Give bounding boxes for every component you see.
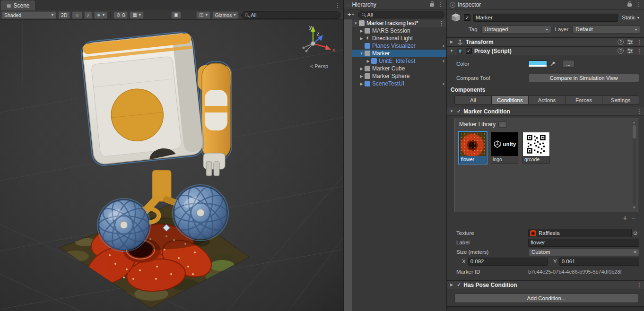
scene-viewport[interactable]: y z x < Persp bbox=[0, 20, 343, 311]
hierarchy-scene-row[interactable]: ▼ MarkerTrackingTest* ⋮ bbox=[352, 19, 446, 27]
foldout-icon[interactable]: ▶ bbox=[358, 29, 365, 33]
foldout-icon[interactable]: ▶ bbox=[449, 283, 454, 287]
foldout-icon[interactable]: ▶ bbox=[449, 40, 454, 44]
scroll-up-icon[interactable]: ▲ bbox=[633, 121, 635, 124]
scene-tools-button[interactable]: ▣ bbox=[171, 11, 181, 19]
tab-settings[interactable]: Settings bbox=[602, 95, 639, 104]
static-dropdown[interactable]: Static ▾ bbox=[621, 15, 640, 20]
perspective-mode-label[interactable]: < Persp bbox=[310, 63, 328, 69]
prefab-open-chevron[interactable]: › bbox=[443, 43, 444, 49]
scene-panel: ▦ Scene ⋮ Shaded ▾ 2D ☼ ♪ ∗ ▾ ⊘ 0 ▦ bbox=[0, 0, 343, 311]
shading-mode-dropdown[interactable]: Shaded ▾ bbox=[1, 11, 56, 19]
foldout-icon[interactable]: ▶ bbox=[358, 67, 365, 71]
tab-conditions[interactable]: Conditions bbox=[492, 95, 529, 104]
tab-all[interactable]: All bbox=[454, 95, 492, 104]
proxy-component-header[interactable]: ▼ # ✓ Proxy (Script) ? ⋮ bbox=[447, 46, 644, 55]
remove-marker-button[interactable]: − bbox=[632, 215, 635, 221]
hierarchy-item-marker-sphere[interactable]: ▶ Marker Sphere bbox=[352, 72, 446, 80]
search-icon bbox=[245, 13, 248, 17]
hierarchy-item-marker-cube[interactable]: ▶ Marker Cube bbox=[352, 65, 446, 72]
scene-search-field[interactable]: All bbox=[241, 11, 341, 19]
label-field[interactable] bbox=[528, 239, 639, 247]
add-marker-button[interactable]: + bbox=[623, 215, 627, 221]
help-icon[interactable]: ? bbox=[618, 48, 624, 54]
create-object-button[interactable]: + ▾ bbox=[346, 11, 356, 18]
object-picker-icon[interactable]: ⊙ bbox=[631, 229, 639, 237]
tab-actions[interactable]: Actions bbox=[529, 95, 566, 104]
hierarchy-menu-icon[interactable]: ⋮ bbox=[438, 2, 444, 8]
library-item-flower[interactable]: flower bbox=[459, 132, 487, 164]
lock-icon[interactable] bbox=[627, 3, 632, 7]
2d-toggle-button[interactable]: 2D bbox=[58, 11, 70, 19]
foldout-icon[interactable]: ▼ bbox=[358, 52, 365, 56]
inspector-menu-icon[interactable]: ⋮ bbox=[635, 2, 641, 8]
foldout-icon[interactable]: ▶ bbox=[358, 74, 365, 78]
item-label: Directional Light bbox=[372, 35, 413, 42]
hierarchy-item-unite-idletest[interactable]: ▶ UnitE_IdleTest › bbox=[352, 57, 446, 65]
presets-icon[interactable] bbox=[627, 48, 633, 53]
transform-component-header[interactable]: ▶ Transform ? ⋮ bbox=[447, 37, 644, 46]
lock-icon[interactable] bbox=[430, 3, 434, 7]
tab-scene[interactable]: ▦ Scene bbox=[1, 0, 35, 10]
component-enabled-checkbox[interactable]: ✓ bbox=[466, 48, 472, 54]
foldout-icon[interactable]: ▶ bbox=[365, 59, 371, 63]
component-menu-icon[interactable]: ⋮ bbox=[636, 282, 642, 288]
x-field[interactable] bbox=[468, 258, 548, 266]
gameobject-icon bbox=[365, 73, 370, 79]
library-item-logo[interactable]: unity logo bbox=[491, 132, 518, 164]
foldout-icon[interactable]: ▶ bbox=[358, 36, 365, 41]
condition-enabled-check[interactable]: ✓ bbox=[457, 108, 461, 114]
marker-library-more-button[interactable]: ... bbox=[498, 121, 507, 128]
hierarchy-gutter bbox=[344, 19, 352, 311]
scene-tabbar: ▦ Scene ⋮ bbox=[0, 0, 343, 10]
active-checkbox[interactable]: ✓ bbox=[464, 14, 470, 21]
gizmos-dropdown[interactable]: Gizmos ▾ bbox=[212, 11, 239, 19]
hierarchy-search-field[interactable]: All bbox=[358, 11, 444, 18]
camera-settings-dropdown[interactable]: ◫ ▾ bbox=[196, 11, 210, 19]
library-scrollbar[interactable]: ▲ ▼ bbox=[632, 121, 636, 209]
grid-visibility-dropdown[interactable]: ▦ ▾ bbox=[130, 11, 143, 19]
tab-forces[interactable]: Forces bbox=[566, 95, 602, 104]
compare-in-simulation-button[interactable]: Compare in Simulation View bbox=[528, 74, 639, 82]
foldout-icon[interactable]: ▶ bbox=[358, 82, 365, 86]
help-icon[interactable]: ? bbox=[618, 39, 624, 45]
label-label: Label bbox=[456, 240, 528, 245]
hierarchy-item-directional-light[interactable]: ▶ ☀ Directional Light bbox=[352, 35, 446, 42]
gameobject-name-field[interactable] bbox=[473, 14, 618, 22]
foldout-icon[interactable]: ▼ bbox=[449, 49, 454, 53]
condition-enabled-check[interactable]: ✓ bbox=[457, 282, 461, 288]
y-field[interactable] bbox=[559, 258, 639, 266]
scene-visibility-button[interactable]: ⊘ 0 bbox=[113, 11, 128, 19]
add-condition-button[interactable]: Add Condition... bbox=[454, 294, 638, 303]
has-pose-condition-header[interactable]: ▶ ✓ Has Pose Condition ⋮ bbox=[447, 280, 644, 289]
scene-menu-icon[interactable]: ⋮ bbox=[335, 3, 340, 9]
layer-dropdown[interactable]: Default ▾ bbox=[572, 26, 640, 34]
effects-dropdown-button[interactable]: ∗ ▾ bbox=[94, 11, 107, 19]
foldout-icon[interactable]: ▼ bbox=[353, 21, 359, 26]
texture-object-field[interactable]: Rafflesia ⊙ bbox=[528, 229, 639, 237]
prefab-open-chevron[interactable]: › bbox=[443, 81, 444, 86]
scene-options-icon[interactable]: ⋮ bbox=[439, 20, 444, 26]
eyedropper-icon[interactable] bbox=[550, 61, 556, 67]
prefab-open-chevron[interactable]: › bbox=[443, 58, 444, 64]
audio-toggle-button[interactable]: ♪ bbox=[84, 11, 92, 19]
color-more-button[interactable]: ... bbox=[562, 60, 574, 68]
hierarchy-item-scenetestui[interactable]: ▶ SceneTestUI › bbox=[352, 80, 446, 87]
hierarchy-item-mars-session[interactable]: ▶ MARS Session bbox=[352, 27, 446, 35]
marker-condition-header[interactable]: ▼ ✓ Marker Condition ⋮ bbox=[447, 107, 644, 116]
library-item-qrcode[interactable]: qrcode bbox=[522, 132, 550, 164]
size-dropdown[interactable]: Custom ▾ bbox=[528, 248, 639, 256]
lighting-toggle-button[interactable]: ☼ bbox=[72, 11, 82, 19]
component-menu-icon[interactable]: ⋮ bbox=[636, 109, 642, 114]
hierarchy-item-marker[interactable]: ▼ Marker bbox=[352, 50, 446, 57]
scroll-down-icon[interactable]: ▼ bbox=[633, 206, 635, 209]
hierarchy-item-planes-visualizer[interactable]: Planes Visualizer › bbox=[352, 42, 446, 50]
tag-dropdown[interactable]: Untagged ▾ bbox=[481, 26, 551, 34]
scrollbar-thumb[interactable] bbox=[633, 125, 636, 138]
presets-icon[interactable] bbox=[627, 39, 633, 44]
component-menu-icon[interactable]: ⋮ bbox=[636, 39, 642, 45]
color-swatch[interactable] bbox=[528, 60, 547, 67]
component-menu-icon[interactable]: ⋮ bbox=[636, 48, 642, 54]
foldout-icon[interactable]: ▼ bbox=[449, 109, 454, 113]
scene-orientation-gizmo[interactable]: y z x bbox=[287, 23, 339, 56]
